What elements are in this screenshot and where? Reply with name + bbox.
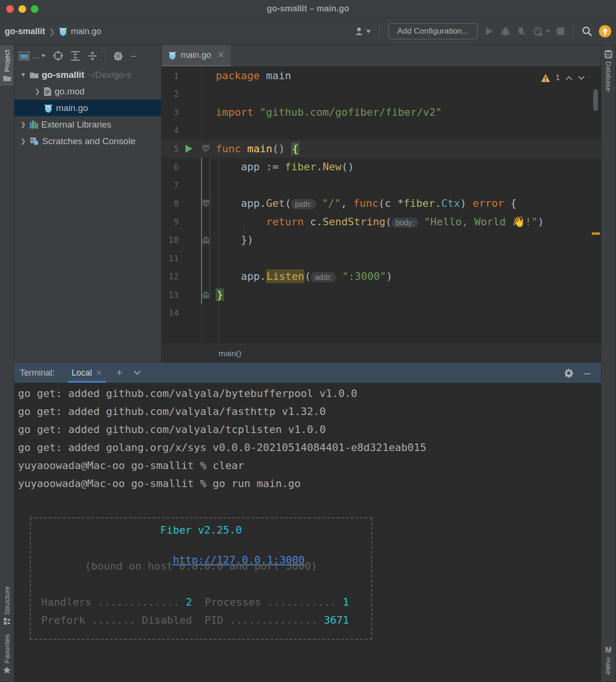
code-line[interactable]: 2 (162, 85, 601, 103)
code-line[interactable]: 11 (162, 249, 601, 267)
fold-end-icon[interactable] (202, 236, 210, 244)
new-terminal-session-button[interactable]: + (116, 367, 122, 379)
code-segment-pl (216, 216, 266, 228)
terminal-line: yuyaoowada@Mac-oo go-smallit % clear (18, 460, 601, 478)
tree-row-root[interactable]: ▼ go-smallit ~/Dev/go-s (14, 66, 161, 83)
close-tab-icon[interactable]: ✕ (217, 50, 224, 60)
code-line[interactable]: 5func main() { (162, 139, 601, 158)
chevron-right-icon: ❯ (49, 27, 55, 36)
code-editor[interactable]: 1package main23import "github.com/gofibe… (162, 66, 601, 344)
previous-warning-button[interactable] (566, 76, 572, 80)
code-segment-pl: c. (303, 216, 322, 228)
stop-button[interactable] (557, 28, 564, 35)
profiler-button[interactable] (533, 27, 550, 36)
project-toolbar: … (14, 45, 161, 66)
terminal-tab-local[interactable]: Local ✕ (68, 363, 106, 383)
fold-marker[interactable] (199, 236, 213, 244)
tree-row-gomod[interactable]: ❯ go.mod (14, 83, 161, 100)
update-notification-button[interactable] (599, 25, 611, 37)
tree-root-path: ~/Dev/go-s (88, 70, 131, 80)
locate-icon (53, 51, 63, 61)
code-line[interactable]: 13} (162, 286, 601, 304)
fiber-version: Fiber v2.25.0 (31, 524, 371, 542)
editor-tab-maingo[interactable]: main.go ✕ (162, 45, 231, 66)
chevron-down-icon (366, 30, 371, 33)
close-terminal-tab-icon[interactable]: ✕ (96, 369, 102, 378)
right-tool-stripe: Database M make (601, 45, 616, 682)
run-main-gutter-button[interactable] (179, 145, 199, 153)
search-everywhere-button[interactable] (582, 26, 592, 37)
code-line[interactable]: 14 (162, 304, 601, 323)
make-icon: M (605, 646, 611, 654)
tree-row-scratches[interactable]: ❯ Scratches and Console (14, 133, 161, 149)
fold-start-icon[interactable] (202, 200, 210, 207)
code-segment-kw: package (216, 70, 260, 82)
breadcrumb: go-smallit ❯ main.go (5, 27, 101, 37)
code-segment-pl: }) (216, 234, 253, 246)
tree-root-label: go-smallit (42, 70, 84, 80)
code-line[interactable]: 3import "github.com/gofiber/fiber/v2" (162, 103, 601, 121)
tool-stripe-favorites[interactable]: Favorites (0, 629, 14, 679)
fold-marker[interactable] (199, 291, 213, 298)
gopher-icon (168, 51, 176, 60)
code-line[interactable]: 12 app.Listen(addr: ":3000") (162, 267, 601, 286)
fold-end-icon[interactable] (202, 291, 210, 298)
terminal-line: go get: added github.com/valyala/bytebuf… (18, 387, 601, 406)
code-segment-pkg: fiber (404, 197, 435, 209)
divider (573, 24, 573, 38)
project-stripe-label: Project (3, 50, 11, 72)
next-warning-button[interactable] (578, 76, 585, 80)
tool-stripe-project[interactable]: Project (0, 45, 14, 86)
coverage-button[interactable] (517, 27, 527, 36)
tree-row-maingo[interactable]: main.go (14, 100, 161, 116)
code-segment-pl (253, 106, 259, 118)
breadcrumb-function[interactable]: main() (219, 349, 241, 359)
user-account-button[interactable] (354, 27, 371, 36)
code-segment-pl: ) (538, 216, 544, 228)
error-stripe-mark[interactable] (592, 232, 600, 235)
run-button[interactable] (484, 27, 494, 36)
fold-marker[interactable] (199, 200, 213, 207)
navigation-bar: go-smallit ❯ main.go Add Configuration..… (0, 18, 616, 45)
fold-start-icon[interactable] (202, 145, 210, 152)
select-opened-file-button[interactable] (53, 51, 63, 61)
hide-terminal-button[interactable]: – (584, 370, 590, 375)
code-segment-pl: (c * (378, 197, 404, 209)
code-line[interactable]: 6 app := fiber.New() (162, 158, 601, 176)
editor-scrollbar-thumb[interactable] (593, 89, 598, 111)
line-number: 8 (162, 198, 179, 208)
code-segment-pl: app := (216, 161, 285, 173)
code-line[interactable]: 7 (162, 176, 601, 194)
breadcrumb-project[interactable]: go-smallit (5, 27, 45, 37)
tool-stripe-make[interactable]: M make (601, 641, 616, 680)
code-line[interactable]: 4 (162, 121, 601, 140)
breadcrumb-file-label: main.go (71, 27, 101, 37)
terminal-settings-gear-icon[interactable] (564, 368, 574, 378)
tool-stripe-structure[interactable]: Structure (0, 581, 14, 629)
tool-stripe-database[interactable]: Database (601, 45, 616, 96)
code-line[interactable]: 8 app.Get(path: "/", func(c *fiber.Ctx) … (162, 194, 601, 213)
terminal-dropdown-icon[interactable] (134, 370, 141, 375)
debug-button[interactable] (500, 27, 511, 36)
expand-all-button[interactable] (71, 51, 80, 61)
hide-panel-button[interactable]: – (131, 50, 136, 61)
code-segment-pkg: fiber (285, 161, 316, 173)
tree-row-external-libraries[interactable]: ❯ External Libraries (14, 116, 161, 133)
code-line[interactable]: 1package main (162, 66, 601, 85)
code-line[interactable]: 9 return c.SendString(body: "Hello, Worl… (162, 212, 601, 231)
stop-icon (557, 28, 564, 35)
code-segment-call: Get (266, 197, 285, 209)
add-configuration-button[interactable]: Add Configuration... (388, 23, 478, 39)
chevron-collapsed-icon: ❯ (20, 121, 27, 128)
project-settings-button[interactable] (113, 51, 123, 61)
breadcrumb-file[interactable]: main.go (59, 27, 101, 37)
code-lines: 1package main23import "github.com/gofibe… (162, 66, 601, 322)
code-segment-str: ":3000" (342, 270, 386, 282)
code-segment-pl (336, 270, 342, 282)
code-line[interactable]: 10 }) (162, 231, 601, 249)
fold-marker[interactable] (199, 145, 213, 152)
code-segment-kw: func (353, 197, 378, 209)
project-view-combo[interactable]: … (19, 51, 46, 61)
collapse-all-button[interactable] (88, 51, 97, 61)
terminal-output[interactable]: go get: added github.com/valyala/bytebuf… (14, 383, 601, 682)
